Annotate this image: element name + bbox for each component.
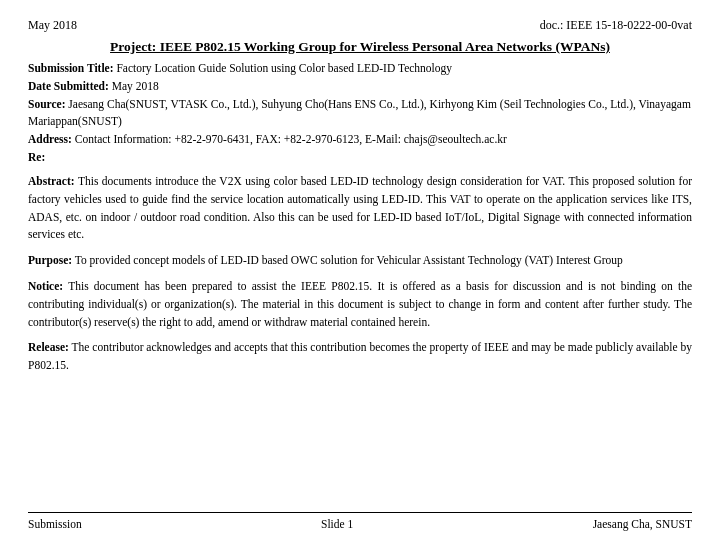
release-section: Release: The contributor acknowledges an… <box>28 339 692 375</box>
notice-section: Notice: This document has been prepared … <box>28 278 692 331</box>
source-row: Source: Jaesang Cha(SNUST, VTASK Co., Lt… <box>28 96 692 132</box>
address-value: Contact Information: +82-2-970-6431, FAX… <box>75 133 507 145</box>
source-value: Jaesang Cha(SNUST, VTASK Co., Ltd.), Suh… <box>28 98 691 128</box>
source-label: Source: <box>28 98 65 110</box>
header-docid: doc.: IEEE 15-18-0222-00-0vat <box>540 18 692 33</box>
footer-center: Slide 1 <box>321 518 353 530</box>
abstract-section: Abstract: This documents introduce the V… <box>28 173 692 244</box>
notice-text: This document has been prepared to assis… <box>28 280 692 328</box>
page-title: Project: IEEE P802.15 Working Group for … <box>28 39 692 55</box>
meta-section: Submission Title: Factory Location Guide… <box>28 60 692 167</box>
purpose-label: Purpose: <box>28 254 72 266</box>
address-label: Address: <box>28 133 72 145</box>
header-row: May 2018 doc.: IEEE 15-18-0222-00-0vat <box>28 18 692 33</box>
re-label: Re: <box>28 151 45 163</box>
release-label: Release: <box>28 341 69 353</box>
release-text: The contributor acknowledges and accepts… <box>28 341 692 371</box>
date-value: May 2018 <box>112 80 159 92</box>
purpose-text: To provided concept models of LED-ID bas… <box>75 254 623 266</box>
re-row: Re: <box>28 149 692 167</box>
abstract-text: This documents introduce the V2X using c… <box>28 175 692 240</box>
date-row: Date Submitted: May 2018 <box>28 78 692 96</box>
page: May 2018 doc.: IEEE 15-18-0222-00-0vat P… <box>0 0 720 540</box>
header-date: May 2018 <box>28 18 77 33</box>
date-label: Date Submitted: <box>28 80 109 92</box>
notice-label: Notice: <box>28 280 63 292</box>
footer: Submission Slide 1 Jaesang Cha, SNUST <box>28 512 692 530</box>
submission-label: Submission Title: <box>28 62 114 74</box>
abstract-label: Abstract: <box>28 175 75 187</box>
purpose-section: Purpose: To provided concept models of L… <box>28 252 692 270</box>
footer-left: Submission <box>28 518 82 530</box>
submission-value: Factory Location Guide Solution using Co… <box>116 62 452 74</box>
address-row: Address: Contact Information: +82-2-970-… <box>28 131 692 149</box>
submission-title-row: Submission Title: Factory Location Guide… <box>28 60 692 78</box>
footer-right: Jaesang Cha, SNUST <box>593 518 692 530</box>
